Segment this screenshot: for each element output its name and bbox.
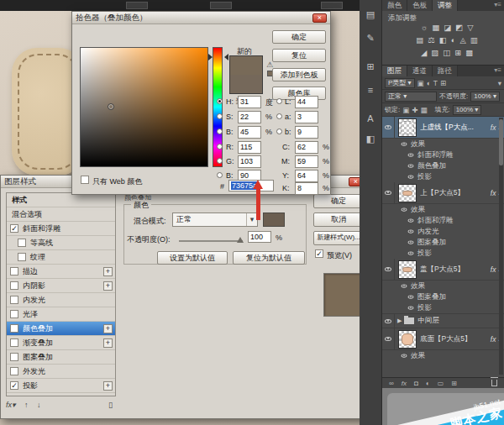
tab-paths[interactable]: 路径	[433, 66, 458, 76]
effect-row[interactable]: 图案叠加	[382, 237, 504, 248]
fx-badge-icon[interactable]: fx	[488, 189, 499, 197]
overlay-color-swatch[interactable]	[263, 212, 285, 227]
color-lookup-icon[interactable]: ▥	[470, 35, 478, 45]
filter-pixel-icon[interactable]: ▣	[417, 79, 424, 87]
radio-h[interactable]	[217, 98, 223, 104]
opacity-value-field[interactable]: 100	[248, 231, 271, 243]
move-down-icon[interactable]: ↓	[37, 401, 41, 409]
color-picker-titlebar[interactable]: 拾色器（叠加颜色） ×	[72, 12, 330, 24]
b-field[interactable]: 45	[238, 126, 261, 139]
m-field[interactable]: 59	[295, 155, 318, 168]
style-item-gradient-overlay[interactable]: 渐变叠加+	[7, 336, 115, 350]
layer-row-cover[interactable]: 盖【P大点5】 fx ▴	[382, 259, 504, 281]
c-field[interactable]: 62	[295, 141, 318, 154]
brightness-contrast-icon[interactable]: ☼	[421, 23, 428, 32]
opacity-slider-thumb[interactable]	[237, 237, 244, 243]
lock-transparent-icon[interactable]: ▣	[402, 106, 409, 114]
web-only-checkbox[interactable]	[81, 176, 89, 184]
lock-pixels-icon[interactable]: ✚	[412, 106, 417, 114]
eye-icon[interactable]	[402, 284, 407, 287]
layer-thumbnail[interactable]	[398, 260, 417, 279]
effects-header-row[interactable]: 效果	[382, 350, 504, 361]
checkbox-icon[interactable]	[10, 310, 18, 318]
layer-row-bottom[interactable]: 底面【P大点5】 fx ▴	[382, 328, 504, 350]
l-field[interactable]: 44	[295, 96, 318, 108]
fx-badge-icon[interactable]: fx	[488, 265, 499, 274]
y-field[interactable]: 64	[295, 170, 318, 182]
paragraph-panel-icon[interactable]: ◧	[364, 133, 377, 145]
effects-header-row[interactable]: 效果	[382, 281, 504, 291]
eye-icon[interactable]	[408, 295, 414, 298]
fx-badge-icon[interactable]: fx	[488, 123, 499, 132]
layer-thumbnail[interactable]	[398, 118, 417, 137]
photo-filter-icon[interactable]: ◐	[451, 35, 456, 45]
radio-l[interactable]	[276, 98, 282, 104]
layer-fill-value[interactable]: 100% ▾	[453, 105, 482, 115]
eye-icon[interactable]	[402, 142, 407, 145]
tab-adjustments[interactable]: 调整	[433, 0, 458, 11]
checkbox-checked-icon[interactable]: ✓	[10, 224, 18, 233]
tab-layers[interactable]: 图层	[382, 66, 407, 76]
delete-style-icon[interactable]: ▯	[108, 401, 113, 409]
style-item-inner-shadow[interactable]: 内阴影+	[7, 279, 115, 293]
new-group-icon[interactable]: ▭	[438, 380, 444, 387]
add-instance-icon[interactable]: +	[103, 324, 113, 333]
style-item-satin[interactable]: 光泽	[7, 307, 115, 322]
tab-channels[interactable]: 通道	[407, 66, 433, 76]
r-field[interactable]: 115	[238, 141, 261, 154]
document-tab[interactable]	[321, 2, 343, 9]
scrollbar-thumb[interactable]	[499, 119, 503, 165]
clone-source-panel-icon[interactable]: ⊞	[364, 60, 377, 73]
lab-b-field[interactable]: 9	[295, 126, 318, 139]
add-instance-icon[interactable]: +	[103, 381, 113, 391]
checkbox-checked-icon[interactable]: ✓	[10, 381, 18, 390]
set-default-button[interactable]: 设置为默认值	[157, 251, 228, 265]
checkbox-icon[interactable]	[10, 281, 18, 290]
effect-row[interactable]: 斜面和浮雕	[382, 150, 504, 160]
scrollbar[interactable]	[499, 118, 503, 375]
add-layer-style-icon[interactable]: fx	[402, 380, 407, 387]
style-item-stroke[interactable]: 描边+	[7, 265, 115, 279]
g-field[interactable]: 103	[238, 155, 261, 168]
eye-icon[interactable]	[408, 306, 414, 309]
filter-adjustment-icon[interactable]: ◐	[427, 79, 431, 87]
layer-blend-mode-dropdown[interactable]: 正常 ▾	[385, 92, 437, 102]
eye-icon[interactable]	[408, 240, 414, 244]
layer-opacity-value[interactable]: 100% ▾	[470, 92, 500, 102]
style-item-color-overlay[interactable]: ✓颜色叠加+	[7, 322, 115, 336]
saturation-brightness-field[interactable]	[80, 47, 208, 167]
link-layers-icon[interactable]: ∞	[389, 380, 394, 387]
blend-mode-dropdown[interactable]: 正常 ▾	[172, 212, 258, 227]
move-up-icon[interactable]: ↑	[24, 401, 29, 409]
radio-b[interactable]	[217, 129, 223, 134]
effect-row[interactable]: 斜面和浮雕	[382, 215, 504, 226]
new-style-button[interactable]: 新建样式(W)...	[313, 231, 364, 245]
group-expand-icon[interactable]: ▶	[395, 317, 404, 324]
hue-saturation-icon[interactable]: ▤	[416, 35, 423, 45]
tab-swatches[interactable]: 色板	[407, 0, 433, 11]
hue-slider-arrow-icon[interactable]	[224, 54, 228, 60]
effect-row[interactable]: 颜色叠加	[382, 160, 504, 171]
invert-icon[interactable]: ◢	[421, 48, 427, 57]
radio-r[interactable]	[217, 144, 223, 150]
layer-row-top-dashed[interactable]: 上虚线【P大点... fx ▴	[382, 117, 504, 139]
hue-slider-arrow-icon[interactable]	[208, 54, 213, 60]
checkbox-checked-icon[interactable]: ✓	[10, 324, 18, 333]
checkbox-icon[interactable]	[10, 367, 18, 375]
document-tab[interactable]	[126, 2, 148, 9]
visibility-toggle[interactable]	[382, 117, 395, 138]
color-marker-icon[interactable]	[108, 103, 114, 110]
eye-icon[interactable]	[408, 175, 414, 178]
layer-thumbnail[interactable]	[398, 330, 417, 349]
visibility-toggle[interactable]	[382, 259, 395, 280]
filter-type-icon[interactable]: T	[433, 79, 438, 87]
add-mask-icon[interactable]: ◘	[414, 380, 418, 387]
style-item-bevel-emboss[interactable]: ✓斜面和浮雕	[7, 222, 115, 236]
curves-icon[interactable]: ◪	[444, 23, 451, 32]
add-instance-icon[interactable]: +	[103, 281, 113, 291]
h-field[interactable]: 31	[238, 96, 261, 108]
eye-icon[interactable]	[408, 251, 414, 254]
eye-icon[interactable]	[408, 218, 414, 222]
filter-shape-icon[interactable]: ⊞	[440, 79, 446, 87]
style-item-blending-options[interactable]: 混合选项	[7, 207, 115, 222]
